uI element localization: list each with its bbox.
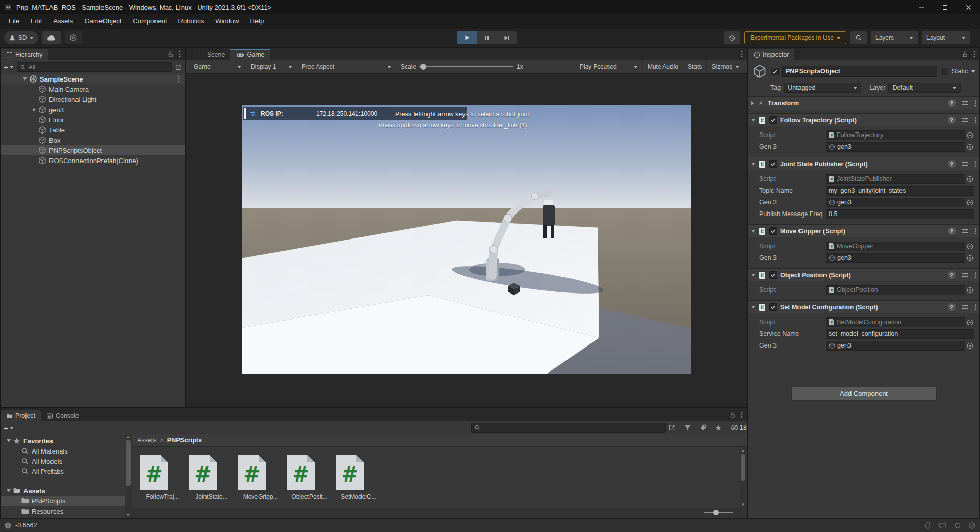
help-icon[interactable]: ?: [948, 99, 956, 107]
message-icon[interactable]: [939, 522, 946, 529]
scroll-down-icon[interactable]: ▼: [125, 512, 132, 518]
tab-hierarchy[interactable]: Hierarchy: [1, 49, 48, 60]
project-tree-item-all-models[interactable]: All Models: [1, 456, 132, 466]
preset-icon[interactable]: [961, 161, 969, 167]
tree-scrollbar[interactable]: ▲ ▼: [125, 434, 132, 518]
field-value-script[interactable]: FollowTrajectory: [826, 130, 965, 140]
hierarchy-item-gen3[interactable]: gen3: [1, 104, 185, 115]
static-dropdown-caret[interactable]: [971, 70, 975, 73]
step-button[interactable]: [497, 31, 517, 44]
project-search-input[interactable]: [471, 423, 666, 433]
field-value-gen-3[interactable]: gen3: [826, 198, 965, 207]
cloud-services-button[interactable]: [42, 31, 61, 44]
search-window-icon[interactable]: [175, 64, 182, 71]
field-value-script[interactable]: MoveGripper: [826, 242, 965, 251]
object-picker-icon[interactable]: [966, 143, 974, 151]
hierarchy-item-rosconnectionprefab-clone[interactable]: ROSConnectionPrefab(Clone): [1, 155, 185, 166]
tab-game[interactable]: Game: [230, 49, 270, 60]
icon-size-slider-handle[interactable]: [713, 510, 719, 515]
lock-open-icon[interactable]: [167, 51, 174, 58]
component-enabled-checkbox[interactable]: [769, 303, 777, 311]
create-asset-button[interactable]: +: [4, 423, 14, 432]
hierarchy-item-pnpscriptsobject[interactable]: PNPScriptsObject: [1, 145, 185, 155]
scroll-up-icon[interactable]: ▲: [125, 434, 132, 440]
foldout-open-icon[interactable]: [751, 163, 755, 166]
create-object-button[interactable]: +: [4, 63, 14, 71]
component-header-object-position-script[interactable]: Object Position (Script)?: [748, 269, 979, 281]
tag-dropdown[interactable]: Untagged: [784, 83, 861, 93]
content-scrollbar[interactable]: ▲ ▼: [740, 447, 746, 508]
layers-dropdown[interactable]: Layers: [871, 31, 918, 44]
icon-size-slider[interactable]: [704, 512, 733, 513]
scroll-up-icon[interactable]: ▲: [740, 447, 746, 454]
layer-dropdown[interactable]: Default: [888, 83, 961, 93]
play-focused-dropdown[interactable]: Play Focused: [575, 60, 643, 73]
hierarchy-item-samplescene[interactable]: SampleScene: [1, 74, 185, 84]
object-picker-icon[interactable]: [966, 199, 974, 206]
project-tree-item-favorites[interactable]: Favorites: [1, 436, 132, 446]
gameobject-name-field[interactable]: PNPScriptsObject: [782, 66, 937, 77]
lock-open-icon[interactable]: [729, 412, 736, 418]
foldout-open-icon[interactable]: [751, 119, 755, 122]
search-button[interactable]: [850, 31, 867, 44]
kebab-menu-icon[interactable]: [974, 272, 976, 279]
breadcrumb-current[interactable]: PNPScripts: [167, 437, 202, 444]
preset-icon[interactable]: [961, 100, 969, 107]
breadcrumb-root[interactable]: Assets: [137, 437, 157, 444]
field-value-service-name[interactable]: set_model_configuration: [826, 329, 974, 339]
asset-followtraj[interactable]: #FollowTraj...: [139, 454, 186, 500]
component-enabled-checkbox[interactable]: [769, 160, 777, 168]
static-checkbox[interactable]: [941, 68, 948, 75]
field-value-gen-3[interactable]: gen3: [826, 142, 965, 152]
menu-gameobject[interactable]: GameObject: [79, 14, 127, 29]
plastic-scm-button[interactable]: [65, 31, 82, 44]
foldout-open-icon[interactable]: [7, 439, 11, 442]
object-picker-icon[interactable]: [966, 243, 974, 250]
check-circle-icon[interactable]: [968, 522, 976, 529]
maximize-button[interactable]: [933, 0, 957, 14]
object-picker-icon[interactable]: [966, 342, 974, 350]
foldout-open-icon[interactable]: [23, 77, 27, 81]
foldout-open-icon[interactable]: [751, 274, 755, 277]
object-picker-icon[interactable]: [966, 286, 974, 294]
object-picker-icon[interactable]: [966, 318, 974, 326]
help-icon[interactable]: ?: [948, 160, 956, 168]
aspect-dropdown[interactable]: Free Aspect: [297, 60, 396, 73]
pause-button[interactable]: [477, 31, 497, 44]
component-header-joint-state-publisher-script[interactable]: Joint State Publisher (Script)?: [748, 157, 979, 170]
component-header-move-gripper-script[interactable]: Move Gripper (Script)?: [748, 225, 979, 237]
foldout-closed-icon[interactable]: [33, 108, 36, 112]
help-icon[interactable]: ?: [948, 227, 956, 235]
field-value-script[interactable]: ObjectPosition: [826, 285, 965, 295]
foldout-open-icon[interactable]: [7, 489, 11, 492]
component-header-transform[interactable]: Transform?: [748, 97, 979, 110]
component-enabled-checkbox[interactable]: [769, 271, 777, 279]
hierarchy-item-main-camera[interactable]: Main Camera: [1, 84, 185, 94]
foldout-open-icon[interactable]: [751, 306, 755, 309]
filter-by-label-icon[interactable]: [700, 424, 707, 431]
foldout-closed-icon[interactable]: [751, 101, 754, 105]
preset-icon[interactable]: [961, 117, 969, 123]
hierarchy-item-directional-light[interactable]: Directional Light: [1, 94, 185, 104]
experimental-packages-dropdown[interactable]: Experimental Packages In Use: [744, 31, 846, 44]
hierarchy-item-box[interactable]: Box: [1, 135, 185, 145]
favorites-star-icon[interactable]: [715, 424, 722, 431]
kebab-menu-icon[interactable]: [973, 50, 975, 58]
status-message[interactable]: -0.6562: [15, 522, 37, 529]
field-value-script[interactable]: SetModelConfiguration: [826, 317, 965, 327]
menu-edit[interactable]: Edit: [25, 14, 47, 29]
component-header-follow-trajectory-script[interactable]: Follow Trajectory (Script)?: [748, 114, 979, 126]
kebab-menu-icon[interactable]: [974, 304, 976, 311]
tab-inspector[interactable]: Inspector: [748, 49, 794, 60]
asset-jointstate[interactable]: #JointState...: [188, 454, 235, 500]
help-icon[interactable]: ?: [948, 116, 956, 124]
component-enabled-checkbox[interactable]: [769, 227, 777, 235]
lock-open-icon[interactable]: [962, 51, 968, 58]
component-header-set-model-configuration-script[interactable]: Set Model Configuration (Script)?: [748, 301, 979, 313]
game-view-dropdown[interactable]: Game: [189, 60, 246, 73]
asset-objectposit[interactable]: #ObjectPosit...: [286, 454, 333, 500]
menu-help[interactable]: Help: [244, 14, 269, 29]
gameobject-cube-icon[interactable]: [752, 64, 767, 79]
stats-toggle[interactable]: Stats: [683, 60, 707, 73]
kebab-menu-icon[interactable]: [741, 50, 743, 58]
